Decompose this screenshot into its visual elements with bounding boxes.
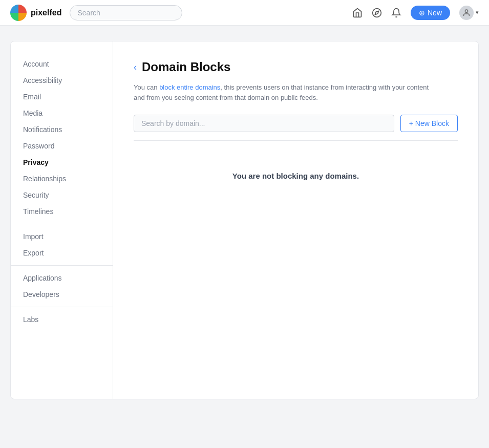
avatar-chevron-icon: ▾	[476, 9, 479, 16]
block-domains-link[interactable]: block entire domains	[159, 83, 220, 91]
home-icon[interactable]	[352, 8, 363, 18]
compass-icon[interactable]	[372, 8, 382, 18]
search-input[interactable]	[70, 5, 182, 20]
navbar-icons: ⊕ New ▾	[352, 6, 479, 20]
sidebar-item-relationships[interactable]: Relationships	[11, 170, 113, 187]
sidebar-group-data: Import Export	[11, 224, 113, 266]
sidebar-item-import[interactable]: Import	[11, 228, 113, 245]
sidebar-item-media[interactable]: Media	[11, 105, 113, 121]
sidebar-item-privacy[interactable]: Privacy	[11, 154, 113, 170]
logo-link[interactable]: pixelfed	[10, 5, 61, 21]
avatar	[459, 6, 474, 20]
bell-icon[interactable]	[391, 8, 401, 18]
sidebar-item-labs[interactable]: Labs	[11, 311, 113, 328]
page-header: ‹ Domain Blocks	[134, 60, 458, 74]
sidebar-item-email[interactable]: Email	[11, 89, 113, 105]
new-button[interactable]: ⊕ New	[411, 6, 450, 20]
page-title: Domain Blocks	[142, 60, 230, 74]
domain-search-input[interactable]	[134, 115, 394, 132]
sidebar-item-applications[interactable]: Applications	[11, 270, 113, 286]
sidebar-group-dev: Applications Developers	[11, 266, 113, 307]
sidebar-item-timelines[interactable]: Timelines	[11, 203, 113, 220]
sidebar-item-account[interactable]: Account	[11, 56, 113, 72]
svg-point-0	[373, 8, 381, 17]
search-container	[70, 5, 182, 20]
sidebar-item-export[interactable]: Export	[11, 245, 113, 261]
page-description: You can block entire domains, this preve…	[134, 82, 441, 102]
page-wrapper: Account Accessibility Email Media Notifi…	[0, 26, 489, 415]
avatar-menu[interactable]: ▾	[459, 6, 479, 20]
new-button-icon: ⊕	[419, 9, 425, 17]
sidebar-item-password[interactable]: Password	[11, 138, 113, 154]
sidebar-item-notifications[interactable]: Notifications	[11, 121, 113, 138]
logo-icon	[10, 5, 27, 21]
search-row: + New Block	[134, 115, 458, 132]
svg-marker-1	[375, 11, 378, 14]
sidebar-group-labs: Labs	[11, 307, 113, 332]
main-content: ‹ Domain Blocks You can block entire dom…	[113, 41, 478, 399]
new-block-label: + New Block	[409, 119, 449, 127]
sidebar-item-security[interactable]: Security	[11, 187, 113, 203]
svg-point-2	[465, 10, 467, 12]
sidebar: Account Accessibility Email Media Notifi…	[11, 41, 113, 399]
back-button[interactable]: ‹	[134, 62, 137, 73]
sidebar-item-accessibility[interactable]: Accessibility	[11, 72, 113, 89]
empty-message: You are not blocking any domains.	[232, 172, 359, 180]
settings-container: Account Accessibility Email Media Notifi…	[10, 41, 479, 399]
new-button-label: New	[428, 9, 442, 17]
navbar: pixelfed ⊕ New	[0, 0, 489, 26]
sidebar-group-main: Account Accessibility Email Media Notifi…	[11, 52, 113, 224]
new-block-button[interactable]: + New Block	[400, 115, 458, 132]
app-name: pixelfed	[31, 8, 61, 17]
sidebar-item-developers[interactable]: Developers	[11, 286, 113, 303]
empty-state: You are not blocking any domains.	[134, 141, 458, 211]
